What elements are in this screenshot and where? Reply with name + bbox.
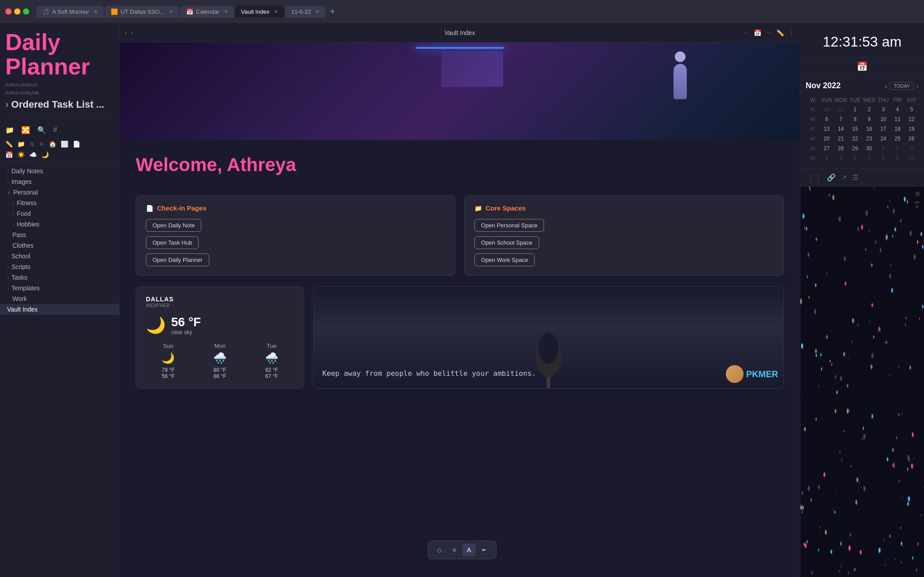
cal-day[interactable]: 4 <box>820 153 834 163</box>
cal-day[interactable]: 30 <box>820 105 834 114</box>
back-icon[interactable]: ‹ <box>125 29 127 37</box>
cal-day[interactable]: 22 <box>848 134 862 144</box>
calendar-icon[interactable]: 📅 <box>5 151 13 158</box>
cal-day[interactable]: 6 <box>848 153 862 163</box>
minimize-btn[interactable] <box>14 8 20 15</box>
cal-day[interactable]: 4 <box>890 105 904 114</box>
maximize-btn[interactable] <box>23 8 29 15</box>
tab-date[interactable]: 11-6-22 ✕ <box>285 6 326 18</box>
cal-day[interactable]: 24 <box>876 134 890 144</box>
search-icon[interactable]: 🔍 <box>37 126 46 134</box>
sidebar-item-hobbies[interactable]: › Hobbies <box>0 219 119 230</box>
toolbar-text-button[interactable]: A <box>462 544 475 556</box>
split-icon[interactable]: ⬜ <box>61 140 68 148</box>
cal-day[interactable]: 17 <box>876 124 890 134</box>
cal-day[interactable]: 2 <box>890 144 904 153</box>
folder-icon[interactable]: 📁 <box>5 126 14 134</box>
toolbar-align-button[interactable]: ≡ <box>448 544 461 556</box>
moon-icon[interactable]: 🌙 <box>41 151 49 158</box>
tab-close-icon[interactable]: ✕ <box>94 9 98 15</box>
tab-close-icon[interactable]: ✕ <box>315 9 319 15</box>
sidebar-item-tasks[interactable]: › Tasks <box>0 272 119 283</box>
cal-day[interactable]: 8 <box>876 153 890 163</box>
sidebar-item-fitness[interactable]: › Fitness <box>0 198 119 208</box>
pencil-icon[interactable]: ✏ <box>915 199 920 206</box>
cal-day[interactable]: 23 <box>862 134 876 144</box>
cal-day[interactable]: 21 <box>834 134 848 144</box>
cal-day[interactable]: 3 <box>904 144 919 153</box>
cal-day[interactable]: 28 <box>834 144 848 153</box>
cal-day[interactable]: 20 <box>820 134 834 144</box>
forward-nav-icon[interactable]: → <box>766 29 772 36</box>
external-link-icon[interactable]: ↗ <box>841 173 847 182</box>
cal-day[interactable]: 12 <box>904 114 919 124</box>
sidebar-item-templates[interactable]: › Templates <box>0 283 119 293</box>
open-work-space-button[interactable]: Open Work Space <box>474 253 535 266</box>
cal-day[interactable]: 3 <box>876 105 890 114</box>
back-nav-icon[interactable]: ← <box>743 29 749 36</box>
open-daily-planner-button[interactable]: Open Daily Planner <box>146 253 209 266</box>
open-task-hub-button[interactable]: Open Task Hub <box>146 236 199 249</box>
settings-icon[interactable]: ⚙ <box>915 190 920 197</box>
cal-day[interactable]: 29 <box>848 144 862 153</box>
sidebar-item-scripts[interactable]: › Scripts <box>0 261 119 272</box>
close-btn[interactable] <box>5 8 12 15</box>
toolbar-pen-button[interactable]: ✒ <box>477 544 491 556</box>
forward-icon[interactable]: › <box>131 29 133 37</box>
cal-next-button[interactable]: › <box>916 82 919 90</box>
new-tab-button[interactable]: + <box>326 7 338 16</box>
cal-day[interactable]: 9 <box>890 153 904 163</box>
cal-day[interactable]: 11 <box>890 114 904 124</box>
new-folder-icon[interactable]: 📁 <box>17 140 25 148</box>
sidebar-item-daily-notes[interactable]: › Daily Notes <box>0 166 119 176</box>
cal-day[interactable]: 7 <box>862 153 876 163</box>
open-daily-note-button[interactable]: Open Daily Note <box>146 219 201 232</box>
shuffle-icon[interactable]: 🔀 <box>21 126 30 134</box>
cal-today-button[interactable]: TODAY <box>889 82 914 90</box>
cal-day[interactable]: 25 <box>890 134 904 144</box>
calendar-icon[interactable]: 📅 <box>857 61 868 72</box>
cal-day[interactable]: 18 <box>890 124 904 134</box>
tab-soft-murmur[interactable]: 🎵 A Soft Murmur ✕ <box>36 6 104 18</box>
cal-day[interactable]: 31 <box>834 105 848 114</box>
cal-day[interactable]: 10 <box>904 153 919 163</box>
delete-icon[interactable]: ✕ <box>39 140 44 148</box>
cal-day[interactable]: 6 <box>820 114 834 124</box>
cal-day[interactable]: 26 <box>904 134 919 144</box>
sidebar-item-personal[interactable]: ∨ Personal <box>0 187 119 198</box>
link-icon[interactable]: 🔗 <box>827 173 836 182</box>
sidebar-item-vault-index[interactable]: Vault Index <box>0 304 119 315</box>
tab-ut-dallas[interactable]: 🟧 UT Dallas SSO... ✕ <box>105 6 179 18</box>
cal-day[interactable]: 10 <box>876 114 890 124</box>
cal-day[interactable]: 27 <box>820 144 834 153</box>
toolbar-highlight-button[interactable]: ◇ <box>433 544 446 556</box>
cal-day[interactable]: 1 <box>848 105 862 114</box>
cal-prev-button[interactable]: ‹ <box>885 82 887 90</box>
edit-icon[interactable]: ✏️ <box>5 140 13 148</box>
cal-day[interactable]: 1 <box>876 144 890 153</box>
sidebar-item-school[interactable]: › School <box>0 251 119 261</box>
cal-day[interactable]: 19 <box>904 124 919 134</box>
list-icon[interactable]: ☰ <box>852 173 858 182</box>
hashtag-icon[interactable]: # <box>53 126 57 134</box>
sort-icon[interactable]: ⇅ <box>29 140 35 148</box>
sun-icon[interactable]: ☀️ <box>17 151 25 158</box>
cal-day[interactable]: 8 <box>848 114 862 124</box>
cal-day[interactable]: 14 <box>834 124 848 134</box>
cal-day[interactable]: 30 <box>862 144 876 153</box>
cloud-icon[interactable]: ☁️ <box>29 151 37 158</box>
home-icon[interactable]: 🏠 <box>49 140 56 148</box>
tab-vault-index[interactable]: Vault Index ✕ <box>235 6 284 18</box>
cal-day[interactable]: 15 <box>848 124 862 134</box>
sidebar-item-pass[interactable]: Pass <box>0 230 119 240</box>
cal-day[interactable]: 9 <box>862 114 876 124</box>
edit-view-icon[interactable]: ✏️ <box>776 29 784 36</box>
cal-day[interactable]: 7 <box>834 114 848 124</box>
open-school-space-button[interactable]: Open School Space <box>474 236 539 249</box>
tab-close-icon[interactable]: ✕ <box>169 9 173 15</box>
calendar-view-icon[interactable]: 📅 <box>754 29 761 36</box>
cal-day[interactable]: 5 <box>904 105 919 114</box>
new-file-icon[interactable]: 📄 <box>73 140 80 148</box>
sidebar-item-work[interactable]: Work <box>0 293 119 304</box>
tab-close-icon[interactable]: ✕ <box>274 9 278 15</box>
